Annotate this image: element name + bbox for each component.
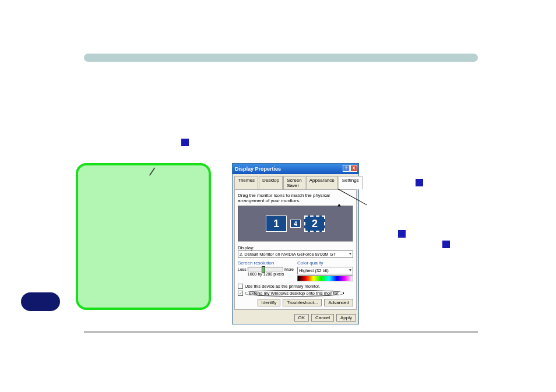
display-properties-dialog: Display Properties ? X Themes Desktop Sc… (232, 163, 359, 324)
dialog-titlebar[interactable]: Display Properties ? X (233, 164, 358, 174)
ok-button[interactable]: OK (294, 314, 309, 322)
tab-appearance[interactable]: Appearance (306, 176, 338, 189)
identify-button[interactable]: Identify (258, 299, 281, 306)
colorquality-select[interactable]: Highest (32 bit) (297, 267, 353, 274)
tab-themes[interactable]: Themes (234, 176, 258, 189)
step-bullet-2 (416, 179, 423, 186)
resolution-slider[interactable] (248, 267, 283, 271)
advanced-button[interactable]: Advanced (324, 299, 353, 306)
instruction-text: Drag the monitor icons to match the phys… (238, 193, 353, 203)
display-select[interactable]: 2. Default Monitor on NVIDIA GeForce 870… (238, 250, 353, 258)
resolution-caption: 1600 by 1200 pixels (238, 272, 294, 276)
primary-monitor-checkbox[interactable] (238, 284, 243, 289)
primary-monitor-label: Use this device as the primary monitor. (245, 284, 320, 289)
troubleshoot-button[interactable]: Troubleshoot... (283, 299, 322, 306)
resolution-title: Screen resolution (238, 260, 294, 266)
cancel-button[interactable]: Cancel (311, 314, 334, 322)
monitor-2[interactable]: 2 (304, 216, 325, 232)
tab-desktop[interactable]: Desktop (259, 176, 283, 189)
apply-button[interactable]: Apply (336, 314, 356, 322)
footer-divider (84, 331, 478, 333)
monitor-arrangement-area[interactable]: 1 4 2 (238, 206, 353, 242)
res-less-label: Less (238, 267, 247, 271)
monitor-1[interactable]: 1 (266, 216, 287, 232)
extend-desktop-checkbox[interactable] (238, 291, 243, 296)
section-header-bar (84, 54, 478, 62)
note-box (76, 163, 211, 310)
res-more-label: More (284, 267, 294, 271)
extend-desktop-label: Extend my Windows desktop onto this moni… (245, 290, 344, 296)
close-button[interactable]: X (350, 165, 357, 172)
tab-screensaver[interactable]: Screen Saver (283, 176, 305, 189)
display-label: Display: (238, 245, 353, 250)
step-bullet-4 (442, 241, 450, 248)
monitor-4[interactable]: 4 (290, 220, 301, 228)
page-number-badge (21, 292, 60, 311)
dialog-title: Display Properties (235, 166, 281, 172)
tab-settings[interactable]: Settings (339, 176, 363, 189)
help-button[interactable]: ? (343, 165, 350, 172)
slider-thumb[interactable] (262, 266, 265, 273)
color-gradient-bar (297, 276, 353, 281)
step-bullet-3 (398, 230, 406, 238)
step-bullet-1 (181, 139, 189, 146)
colorquality-title: Color quality (297, 260, 353, 266)
